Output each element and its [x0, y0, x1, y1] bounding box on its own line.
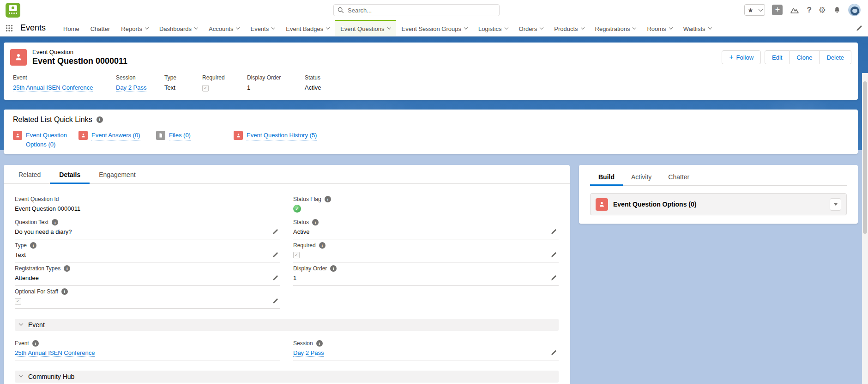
field-status-flag: Status Flag — [293, 193, 559, 216]
tab-build[interactable]: Build — [590, 168, 623, 186]
edit-pencil-icon[interactable] — [272, 274, 278, 281]
event-question-icon — [78, 131, 88, 140]
vertical-scrollbar[interactable] — [862, 73, 868, 384]
info-icon[interactable] — [32, 340, 39, 347]
tab-chatter[interactable]: Chatter — [660, 168, 698, 186]
highlight-status: Status Active — [305, 74, 321, 91]
scrollbar-thumb[interactable] — [863, 81, 867, 234]
record-actions: +Follow Edit Clone Delete — [722, 50, 851, 64]
nav-tab-event-questions[interactable]: Event Questions — [335, 20, 396, 36]
field-display-order: Display Order 1 — [293, 262, 559, 286]
edit-pencil-icon[interactable] — [550, 349, 557, 356]
favorites-star-icon[interactable] — [744, 4, 756, 16]
chevron-down-icon — [19, 321, 24, 326]
chevron-down-icon[interactable] — [326, 25, 330, 29]
section-header-event[interactable]: Event — [15, 319, 559, 331]
clone-button[interactable]: Clone — [790, 50, 820, 64]
nav-tabs: Home Chatter Reports Dashboards Accounts… — [58, 20, 717, 36]
event-link[interactable]: 25th Annual ISEN Conference — [15, 349, 95, 357]
nav-tab-orders[interactable]: Orders — [513, 20, 549, 36]
info-icon[interactable] — [316, 340, 323, 347]
delete-button[interactable]: Delete — [820, 50, 851, 64]
edit-button[interactable]: Edit — [765, 50, 790, 64]
favorites-caret-icon[interactable] — [756, 4, 765, 16]
section-header-community-hub[interactable]: Community Hub — [15, 371, 559, 383]
nav-tab-rooms[interactable]: Rooms — [641, 20, 677, 36]
quick-link-event-question-history: Event Question History (5) — [234, 131, 317, 149]
tab-details[interactable]: Details — [50, 165, 90, 184]
user-avatar[interactable] — [848, 4, 861, 16]
triangle-down-icon — [834, 203, 838, 206]
nav-tab-registrations[interactable]: Registrations — [590, 20, 642, 36]
related-list-dropdown-button[interactable] — [830, 198, 841, 211]
trailhead-icon[interactable] — [790, 6, 800, 14]
gear-icon[interactable] — [819, 5, 826, 15]
info-icon[interactable] — [325, 196, 331, 202]
session-link[interactable]: Day 2 Pass — [293, 349, 324, 357]
chevron-down-icon[interactable] — [580, 25, 584, 29]
help-icon[interactable] — [807, 6, 811, 15]
nav-tab-chatter[interactable]: Chatter — [85, 20, 116, 36]
field-optional-for-staff: Optional For Staff — [15, 286, 280, 309]
info-icon[interactable] — [312, 219, 319, 226]
app-launcher-icon[interactable] — [6, 24, 13, 32]
nav-tab-events[interactable]: Events — [245, 20, 280, 36]
nav-tab-dashboards[interactable]: Dashboards — [154, 20, 203, 36]
tab-activity[interactable]: Activity — [623, 168, 660, 186]
info-icon[interactable] — [319, 242, 326, 249]
chevron-down-icon[interactable] — [540, 25, 543, 29]
session-link[interactable]: Day 2 Pass — [116, 84, 146, 91]
tab-engagement[interactable]: Engagement — [90, 165, 145, 184]
edit-navigation-pencil-icon[interactable] — [856, 24, 862, 31]
edit-pencil-icon[interactable] — [272, 298, 278, 304]
logo-dots — [6, 12, 20, 14]
chevron-down-icon[interactable] — [504, 25, 508, 29]
salesforce-app-window: Events Home Chatter Reports Dashboards A… — [0, 0, 868, 384]
chevron-down-icon[interactable] — [145, 25, 149, 29]
info-icon[interactable] — [52, 219, 58, 226]
chevron-down-icon[interactable] — [271, 25, 275, 29]
info-icon[interactable] — [64, 265, 70, 272]
nav-tab-event-badges[interactable]: Event Badges — [280, 20, 335, 36]
chevron-down-icon[interactable] — [669, 25, 672, 29]
event-question-icon — [596, 198, 608, 211]
nav-tab-waitlists[interactable]: Waitlists — [678, 20, 717, 36]
nav-tab-reports[interactable]: Reports — [115, 20, 154, 36]
info-icon[interactable] — [30, 242, 36, 249]
info-icon[interactable] — [61, 288, 68, 295]
global-add-icon[interactable] — [772, 5, 783, 15]
nav-tab-products[interactable]: Products — [549, 20, 589, 36]
record-header-card: Event Question Event Question 0000011 +F… — [4, 43, 858, 100]
chevron-down-icon[interactable] — [633, 25, 636, 29]
nav-tab-logistics[interactable]: Logistics — [473, 20, 513, 36]
nav-tab-event-session-groups[interactable]: Event Session Groups — [396, 20, 473, 36]
chevron-down-icon[interactable] — [194, 25, 198, 29]
edit-pencil-icon[interactable] — [272, 251, 278, 258]
tab-related[interactable]: Related — [9, 165, 50, 184]
edit-pencil-icon[interactable] — [550, 251, 557, 258]
chevron-down-icon[interactable] — [387, 25, 391, 29]
info-icon[interactable] — [96, 116, 103, 123]
field-type: Type Text — [15, 239, 280, 262]
edit-pencil-icon[interactable] — [272, 228, 278, 235]
side-panel-card: Build Activity Chatter Event Question Op… — [579, 165, 858, 224]
field-event: Event 25th Annual ISEN Conference — [15, 337, 280, 360]
quick-link-event-answers: Event Answers (0) — [78, 131, 156, 149]
header-actions — [744, 4, 861, 16]
chevron-down-icon[interactable] — [708, 25, 711, 29]
follow-button[interactable]: +Follow — [722, 50, 761, 64]
notifications-bell-icon[interactable] — [833, 6, 841, 14]
green-check-flag-icon — [293, 205, 301, 213]
highlight-type: Type Text — [164, 74, 202, 91]
search-input[interactable] — [333, 4, 500, 16]
chevron-down-icon[interactable] — [236, 25, 240, 29]
nav-tab-accounts[interactable]: Accounts — [203, 20, 245, 36]
chevron-down-icon[interactable] — [464, 25, 468, 29]
events-app-logo-icon[interactable] — [6, 3, 20, 18]
edit-pencil-icon[interactable] — [550, 274, 557, 281]
event-link[interactable]: 25th Annual ISEN Conference — [13, 84, 93, 91]
info-icon[interactable] — [330, 265, 337, 272]
nav-tab-home[interactable]: Home — [58, 20, 85, 36]
edit-pencil-icon[interactable] — [550, 228, 557, 235]
highlight-event: Event 25th Annual ISEN Conference — [13, 74, 116, 91]
